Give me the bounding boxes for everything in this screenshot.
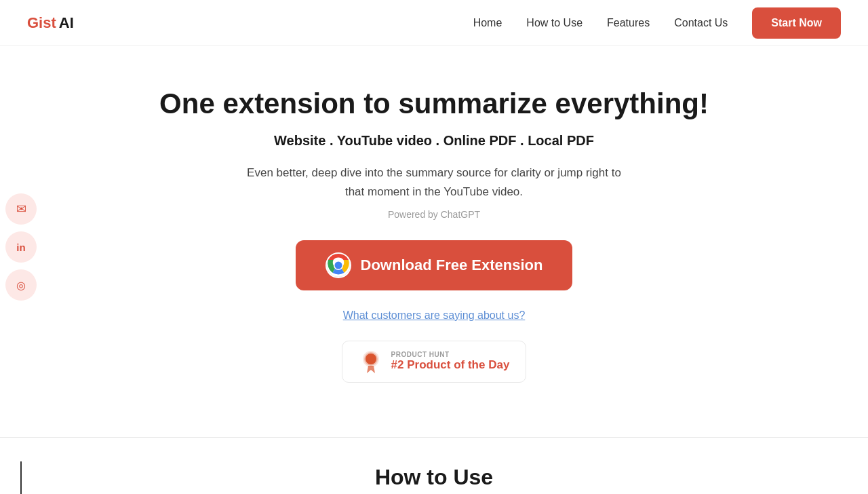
logo-gist: Gist (27, 14, 56, 32)
left-vertical-line (20, 461, 22, 494)
navbar: Gist AI Home How to Use Features Contact… (0, 0, 868, 46)
product-hunt-label: PRODUCT HUNT (391, 351, 450, 358)
section-divider (0, 437, 868, 438)
nav-links: Home How to Use Features Contact Us Star… (473, 7, 841, 39)
powered-by-text: Powered by ChatGPT (388, 209, 480, 220)
nav-home[interactable]: Home (473, 17, 502, 29)
svg-point-6 (366, 354, 376, 364)
product-hunt-badge[interactable]: PRODUCT HUNT #2 Product of the Day (342, 341, 527, 383)
instagram-social-button[interactable]: ◎ (5, 269, 37, 301)
product-hunt-rank: #2 Product of the Day (391, 358, 510, 372)
hero-description: Even better, deep dive into the summary … (237, 164, 631, 200)
product-hunt-text: PRODUCT HUNT #2 Product of the Day (391, 351, 510, 372)
instagram-icon: ◎ (16, 279, 26, 292)
hero-subtitle: Website . YouTube video . Online PDF . L… (274, 133, 594, 149)
hero-section: One extension to summarize everything! W… (0, 46, 868, 430)
email-icon: ✉ (16, 202, 26, 216)
nav-contact-us[interactable]: Contact Us (674, 17, 728, 29)
logo-ai: AI (59, 14, 74, 32)
nav-features[interactable]: Features (607, 17, 650, 29)
svg-point-3 (334, 261, 342, 269)
social-sidebar: ✉ in ◎ (0, 187, 42, 307)
download-extension-button[interactable]: Download Free Extension (296, 240, 573, 290)
product-hunt-medal-icon (359, 349, 383, 374)
how-to-use-section: How to Use 1. Install the Gist AI extens… (0, 465, 868, 494)
linkedin-icon: in (16, 242, 25, 253)
logo[interactable]: Gist AI (27, 14, 74, 32)
linkedin-social-button[interactable]: in (5, 231, 37, 263)
download-button-label: Download Free Extension (361, 256, 543, 274)
chrome-icon (326, 252, 351, 278)
how-to-use-title: How to Use (108, 465, 760, 490)
nav-how-to-use[interactable]: How to Use (526, 17, 583, 29)
start-now-button[interactable]: Start Now (752, 7, 841, 39)
customers-link[interactable]: What customers are saying about us? (343, 309, 526, 322)
hero-title: One extension to summarize everything! (159, 87, 709, 121)
email-social-button[interactable]: ✉ (5, 193, 37, 225)
